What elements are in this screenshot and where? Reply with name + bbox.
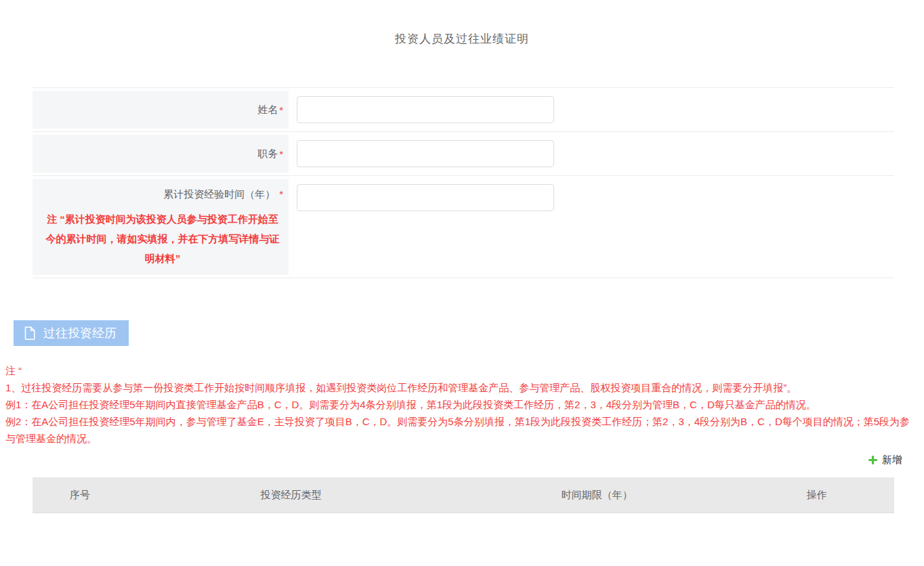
column-header-experience-type: 投资经历类型 xyxy=(127,489,455,502)
plus-icon xyxy=(868,455,878,465)
required-asterisk: * xyxy=(279,104,283,116)
required-asterisk: * xyxy=(279,148,283,160)
form-row-name: 姓名* xyxy=(33,88,894,132)
personnel-form: 姓名* 职务* 累计投资经验时间（年）* 注 “累计投资时间为该投资人员参与投资… xyxy=(33,87,894,278)
form-row-experience-years: 累计投资经验时间（年）* 注 “累计投资时间为该投资人员参与投资工作开始至今的累… xyxy=(33,176,894,278)
add-row: 新增 xyxy=(0,454,902,468)
position-input-cell xyxy=(289,135,894,173)
column-header-actions: 操作 xyxy=(739,489,894,502)
name-label-cell: 姓名* xyxy=(33,91,289,129)
document-icon xyxy=(23,326,37,341)
name-input[interactable] xyxy=(297,96,554,123)
note-line: 例1：在A公司担任投资经理5年期间内直接管理基金产品B，C，D。则需要分为4条分… xyxy=(5,396,920,413)
experience-years-label: 累计投资经验时间（年） xyxy=(163,188,275,200)
page: 投资人员及过往业绩证明 姓名* 职务* 累计投资经验时间（年）* 注 “累计投资… xyxy=(0,0,924,566)
add-button-label: 新增 xyxy=(882,454,902,466)
column-header-index: 序号 xyxy=(33,489,127,502)
section-title: 过往投资经历 xyxy=(43,325,117,341)
experience-table-header: 序号 投资经历类型 时间期限（年） 操作 xyxy=(33,477,894,513)
note-line: 例2：在A公司担任投资经理5年期间内，参与管理了基金E，主导投资了项目B，C，D… xyxy=(5,413,920,447)
form-row-position: 职务* xyxy=(33,132,894,176)
experience-years-input-cell xyxy=(289,179,894,275)
experience-years-input[interactable] xyxy=(297,184,554,211)
position-label-cell: 职务* xyxy=(33,135,289,173)
experience-years-label-cell: 累计投资经验时间（年）* 注 “累计投资时间为该投资人员参与投资工作开始至今的累… xyxy=(33,179,289,275)
name-input-cell xyxy=(289,91,894,129)
note-line: 1、过往投资经历需要从参与第一份投资类工作开始按时间顺序填报，如遇到投资类岗位工… xyxy=(5,379,920,396)
section-header-past-investment-experience: 过往投资经历 xyxy=(14,320,129,346)
position-label: 职务 xyxy=(257,148,278,160)
page-title: 投资人员及过往业绩证明 xyxy=(0,0,924,47)
column-header-time-period: 时间期限（年） xyxy=(455,489,739,502)
add-button[interactable]: 新增 xyxy=(868,454,902,466)
experience-years-note: 注 “累计投资时间为该投资人员参与投资工作开始至今的累计时间，请如实填报，并在下… xyxy=(42,209,283,268)
required-asterisk: * xyxy=(279,188,283,200)
notes-block: 注 “ 1、过往投资经历需要从参与第一份投资类工作开始按时间顺序填报，如遇到投资… xyxy=(5,362,920,447)
note-line: 注 “ xyxy=(5,362,920,379)
position-input[interactable] xyxy=(297,140,554,167)
name-label: 姓名 xyxy=(257,104,278,116)
